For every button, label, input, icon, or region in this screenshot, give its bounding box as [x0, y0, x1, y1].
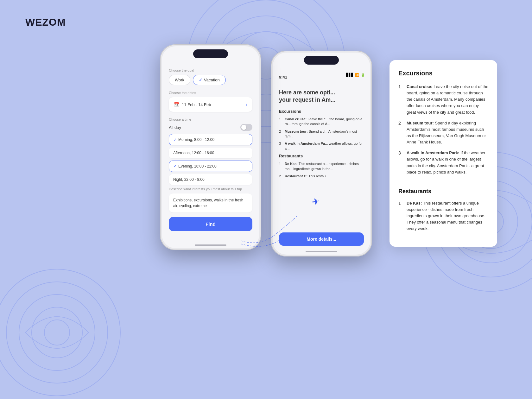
all-day-toggle[interactable]: [240, 124, 252, 131]
all-day-row: All day: [169, 124, 252, 131]
p2-item-1: 1 Canal cruise: Leave the c... the board…: [279, 117, 364, 127]
svg-point-2: [19, 294, 95, 370]
p2-rest-1: 1 De Kas: This restaurant o... experienc…: [279, 162, 364, 171]
phone2-time: 9:41: [279, 75, 287, 79]
more-details-button[interactable]: More details...: [279, 232, 364, 246]
dates-label: Choose the dates: [169, 91, 252, 95]
signal-icon: ▋▋▋: [346, 73, 354, 77]
card-item-2: 2 Museum tour: Spend a day exploring Ams…: [398, 120, 488, 146]
card-restaurants: Restaurants 1 De Kas: This restaurant of…: [398, 187, 488, 232]
card-rest-num-1: 1: [398, 200, 403, 232]
describe-label: Describe what interests you most about t…: [169, 187, 252, 191]
time-night[interactable]: Night, 22:00 - 8:00: [169, 174, 252, 185]
phones-container: Choose the goal Work Vacation Choose the…: [160, 44, 372, 256]
dates-value: 11 Feb - 14 Feb: [182, 102, 211, 107]
vacation-button[interactable]: Vacation: [193, 75, 226, 85]
calendar-icon: 📅: [174, 102, 179, 107]
card-divider: [398, 182, 488, 182]
excursions-label-p2: Excursions: [279, 109, 364, 114]
card-num-3: 3: [398, 150, 403, 175]
time-evening[interactable]: Evening, 16:00 - 22:00: [169, 161, 252, 172]
wifi-icon: 📶: [355, 73, 359, 77]
all-day-label: All day: [169, 125, 181, 130]
svg-point-4: [44, 320, 70, 345]
p2-rest-2: 2 Restaurant C: This restau...: [279, 174, 364, 179]
card-text-2: Museum tour: Spend a day exploring Amste…: [407, 120, 488, 146]
p2-item-3: 3 A walk in Amsterdam Pa... weather allo…: [279, 141, 364, 151]
detail-card: Excursions 1 Canal cruise: Leave the cit…: [390, 60, 497, 247]
card-item-1: 1 Canal cruise: Leave the city noise out…: [398, 84, 488, 116]
notch-1: [193, 49, 228, 58]
svg-point-1: [6, 282, 108, 383]
p2-item-2: 2 Museum tour: Spend a d... Amsterdam's …: [279, 129, 364, 139]
card-title: Excursions: [398, 68, 488, 78]
svg-point-0: [0, 269, 120, 396]
card-num-2: 2: [398, 120, 403, 146]
battery-icon: 🔋: [361, 73, 365, 77]
date-arrow-icon[interactable]: ›: [246, 102, 247, 107]
goal-label: Choose the goal: [169, 68, 252, 72]
home-indicator-2: [306, 251, 337, 252]
card-item-3: 3 A walk in Amsterdam Park: If the weath…: [398, 150, 488, 175]
card-rest-text-1: De Kas: This restaurant offers a unique …: [407, 200, 488, 232]
card-restaurants-title: Restaurants: [398, 187, 488, 196]
phone2-heading: Here are some opti...your request in Am.…: [279, 89, 364, 104]
work-button[interactable]: Work: [169, 75, 190, 85]
card-text-3: A walk in Amsterdam Park: If the weather…: [407, 150, 488, 175]
card-rest-1: 1 De Kas: This restaurant offers a uniqu…: [398, 200, 488, 232]
phone-1-screen: Choose the goal Work Vacation Choose the…: [162, 62, 259, 248]
goal-buttons: Work Vacation: [169, 75, 252, 85]
home-indicator-1: [195, 244, 226, 246]
notch-2: [304, 56, 339, 65]
time-label: Choose a time: [169, 117, 252, 121]
describe-input[interactable]: Exhibitions, excursions, walks in the fr…: [169, 193, 252, 212]
time-afternoon[interactable]: Afternoon, 12:00 - 16:00: [169, 148, 252, 158]
restaurants-label-p2: Restaurants: [279, 154, 364, 158]
phone-2: 9:41 ▋▋▋ 📶 🔋 Here are some opti...your r…: [271, 51, 372, 256]
date-picker[interactable]: 📅 11 Feb - 14 Feb ›: [169, 97, 252, 112]
phone-2-screen: 9:41 ▋▋▋ 📶 🔋 Here are some opti...your r…: [273, 68, 370, 255]
phone-1: Choose the goal Work Vacation Choose the…: [160, 44, 261, 250]
svg-point-3: [32, 307, 82, 358]
phone2-status: ▋▋▋ 📶 🔋: [346, 73, 365, 77]
card-excursions: 1 Canal cruise: Leave the city noise out…: [398, 84, 488, 175]
find-button[interactable]: Find: [169, 217, 252, 231]
card-num-1: 1: [398, 84, 403, 116]
app-logo: WEZOM: [25, 16, 66, 28]
card-text-1: Canal cruise: Leave the city noise out o…: [407, 84, 488, 116]
time-morning[interactable]: Morning, 8:00 - 12:00: [169, 134, 252, 145]
